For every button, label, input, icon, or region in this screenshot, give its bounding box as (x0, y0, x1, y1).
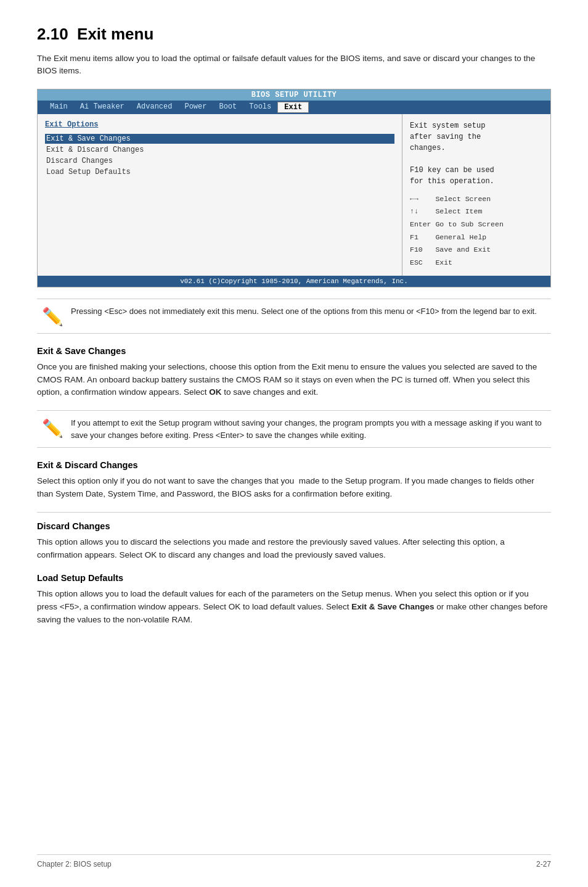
bios-menu-boot[interactable]: Boot (213, 102, 243, 113)
divider-1 (37, 512, 551, 513)
bios-option-exit-discard[interactable]: Exit & Discard Changes (45, 145, 394, 155)
bios-key-legend: ←→ Select Screen ↑↓ Select Item Enter Go… (410, 193, 543, 270)
note-icon-1: ✏️ (42, 307, 63, 327)
footer-right: 2-27 (536, 860, 551, 868)
subsection-body-2: Select this option only if you do not wa… (37, 475, 551, 501)
subsection-discard: Discard Changes This option allows you t… (37, 521, 551, 562)
bios-options-header: Exit Options (45, 120, 394, 129)
bios-option-exit-save[interactable]: Exit & Save Changes (45, 134, 394, 144)
bios-left-panel: Exit Options Exit & Save Changes Exit & … (38, 114, 402, 276)
page-footer: Chapter 2: BIOS setup 2-27 (37, 854, 551, 868)
bios-screenshot: BIOS SETUP UTILITY Main Ai Tweaker Advan… (37, 89, 551, 287)
bios-menu-main[interactable]: Main (44, 102, 74, 113)
note-box-1: ✏️ Pressing <Esc> does not immediately e… (37, 299, 551, 334)
subsection-title-2: Exit & Discard Changes (37, 460, 551, 470)
bios-footer: v02.61 (C)Copyright 1985-2010, American … (38, 276, 550, 287)
subsection-title-4: Load Setup Defaults (37, 573, 551, 583)
note-text-1: Pressing <Esc> does not immediately exit… (71, 305, 537, 318)
subsection-exit-discard: Exit & Discard Changes Select this optio… (37, 460, 551, 501)
subsection-title-3: Discard Changes (37, 521, 551, 531)
footer-left: Chapter 2: BIOS setup (37, 860, 112, 868)
bios-menu-ai-tweaker[interactable]: Ai Tweaker (74, 102, 131, 113)
note-icon-2: ✏️ (42, 418, 63, 439)
note-box-2: ✏️ If you attempt to exit the Setup prog… (37, 410, 551, 448)
bios-menu-exit[interactable]: Exit (277, 102, 309, 113)
note-text-2: If you attempt to exit the Setup program… (71, 417, 546, 441)
bios-help-text: Exit system setup after saving the chang… (410, 120, 543, 187)
bios-option-load-defaults[interactable]: Load Setup Defaults (45, 167, 394, 177)
section-title: 2.10 Exit menu (37, 25, 551, 44)
subsection-body-4: This option allows you to load the defau… (37, 588, 551, 627)
subsection-body-3: This option allows you to discard the se… (37, 536, 551, 562)
bios-menu-advanced[interactable]: Advanced (131, 102, 179, 113)
bios-menubar: Main Ai Tweaker Advanced Power Boot Tool… (38, 101, 550, 114)
bios-content-area: Exit Options Exit & Save Changes Exit & … (38, 114, 550, 276)
subsection-load-defaults: Load Setup Defaults This option allows y… (37, 573, 551, 627)
intro-paragraph: The Exit menu items allow you to load th… (37, 52, 551, 78)
bios-option-discard[interactable]: Discard Changes (45, 156, 394, 166)
subsection-exit-save: Exit & Save Changes Once you are finishe… (37, 346, 551, 400)
bios-topbar: BIOS SETUP UTILITY (38, 89, 550, 101)
subsection-title-1: Exit & Save Changes (37, 346, 551, 356)
bios-menu-tools[interactable]: Tools (243, 102, 277, 113)
subsection-body-1: Once you are finished making your select… (37, 361, 551, 400)
bios-menu-power[interactable]: Power (178, 102, 213, 113)
bios-right-panel: Exit system setup after saving the chang… (402, 114, 550, 276)
